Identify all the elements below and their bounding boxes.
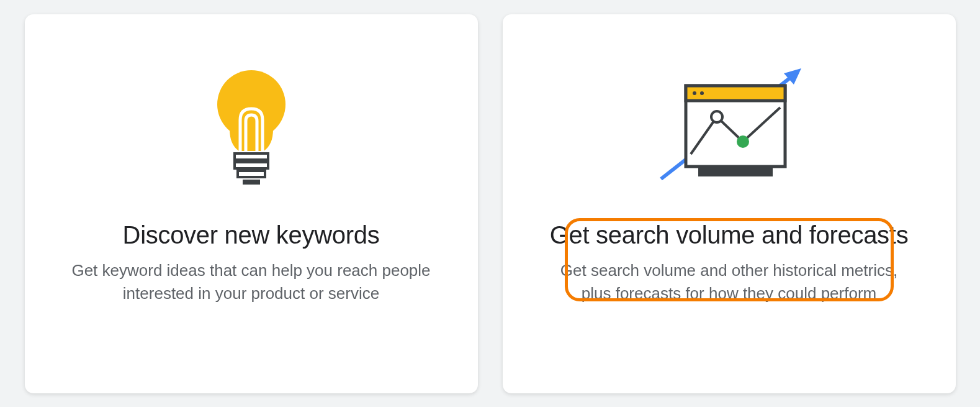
svg-rect-3: [238, 171, 265, 177]
search-volume-description: Get search volume and other historical m…: [549, 259, 909, 306]
svg-point-0: [217, 70, 285, 139]
svg-point-9: [693, 91, 696, 95]
discover-keywords-title: Discover new keywords: [123, 219, 380, 250]
svg-point-11: [711, 111, 722, 122]
discover-keywords-card[interactable]: Discover new keywords Get keyword ideas …: [25, 14, 478, 393]
discover-keywords-description: Get keyword ideas that can help you reac…: [71, 259, 431, 306]
svg-rect-1: [235, 153, 268, 160]
svg-point-12: [737, 135, 749, 148]
search-volume-title: Get search volume and forecasts: [550, 219, 909, 250]
lightbulb-icon: [208, 58, 295, 201]
svg-rect-13: [698, 168, 773, 176]
chart-arrow-icon: [642, 58, 816, 201]
svg-rect-4: [243, 180, 260, 185]
svg-point-10: [700, 91, 704, 95]
search-volume-card[interactable]: Get search volume and forecasts Get sear…: [503, 14, 956, 393]
svg-rect-2: [235, 162, 268, 168]
